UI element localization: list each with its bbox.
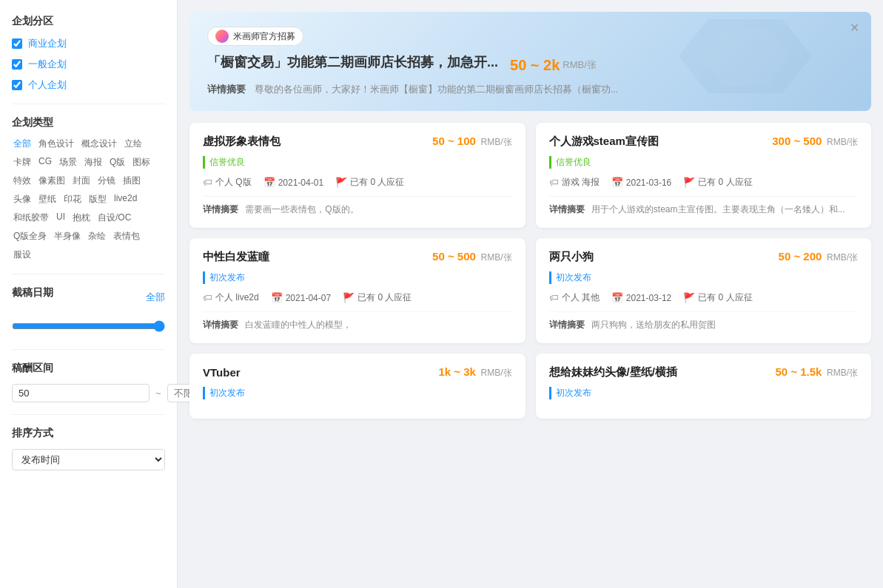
card-price-unit-5: RMB/张 [827, 368, 858, 378]
card-summary-2: 详情摘要 白发蓝瞳的中性人的模型， [203, 311, 512, 331]
plan-checkbox-input-0[interactable] [12, 38, 22, 49]
plan-checkbox-2[interactable]: 个人企划 [12, 78, 165, 92]
card-tags-0: 🏷 个人 Q版 [203, 176, 252, 189]
card-summary-label-3: 详情摘要 [549, 320, 585, 330]
plan-checkbox-label-0: 商业企划 [28, 37, 67, 50]
card-summary-3: 详情摘要 两只狗狗，送给朋友的私用贺图 [549, 311, 859, 331]
type-tag-6[interactable]: 场景 [58, 155, 78, 169]
card-badge-1: 信誉优良 [549, 156, 591, 169]
card-tags-1: 🏷 游戏 海报 [549, 176, 600, 189]
plan-checkbox-input-2[interactable] [12, 80, 22, 90]
calendar-icon-0: 📅 [263, 177, 275, 188]
flag-icon-3: 🚩 [683, 292, 695, 303]
date-all-link[interactable]: 全部 [146, 291, 165, 304]
type-tag-25[interactable]: 半身像 [53, 229, 82, 243]
type-tag-7[interactable]: 海报 [83, 155, 104, 169]
card-price-0: 50 ~ 100 [432, 135, 476, 147]
type-tag-11[interactable]: 像素图 [37, 174, 67, 188]
calendar-icon-2: 📅 [271, 292, 283, 303]
type-tag-20[interactable]: 和纸胶带 [12, 211, 50, 225]
type-tag-0[interactable]: 全部 [12, 137, 33, 151]
type-tag-19[interactable]: live2d [113, 192, 138, 206]
cards-grid: 虚拟形象表情包 50 ~ 100 RMB/张 信誉优良 🏷 个人 Q版 📅 20… [189, 123, 871, 419]
card-4[interactable]: VTuber 1k ~ 3k RMB/张 初次发布 [189, 354, 526, 419]
card-date-1: 📅 2021-03-16 [611, 177, 671, 188]
plan-checkbox-0[interactable]: 商业企划 [12, 37, 165, 50]
card-title-4: VTuber [203, 366, 241, 379]
card-5[interactable]: 想给妹妹约头像/壁纸/横插 50 ~ 1.5k RMB/张 初次发布 [536, 354, 872, 419]
card-date-3: 📅 2021-03-12 [611, 292, 671, 303]
card-price-2: 50 ~ 500 [432, 250, 476, 263]
flag-icon-1: 🚩 [683, 177, 695, 188]
type-tag-27[interactable]: 表情包 [112, 229, 141, 243]
card-title-1: 个人游戏steam宣传图 [549, 135, 659, 149]
card-3[interactable]: 两只小狗 50 ~ 200 RMB/张 初次发布 🏷 个人 其他 📅 2021-… [536, 238, 872, 343]
plan-checkbox-input-1[interactable] [12, 59, 22, 70]
price-section-title: 稿酬区间 [12, 362, 165, 375]
card-meta-2: 🏷 个人 live2d 📅 2021-04-07 🚩 已有 0 人应征 [203, 291, 512, 304]
plan-checkbox-1[interactable]: 一般企划 [12, 58, 165, 71]
card-title-0: 虚拟形象表情包 [203, 135, 281, 149]
type-tag-1[interactable]: 角色设计 [37, 137, 75, 151]
card-summary-0: 详情摘要 需要画一些表情包，Q版的。 [203, 196, 512, 216]
banner-close-button[interactable]: ✕ [850, 21, 859, 35]
tag-icon-3: 🏷 [549, 292, 559, 303]
card-2[interactable]: 中性白发蓝瞳 50 ~ 500 RMB/张 初次发布 🏷 个人 live2d 📅… [189, 238, 526, 343]
card-badge-4: 初次发布 [203, 387, 245, 399]
badge-text: 米画师官方招募 [233, 30, 295, 43]
date-section-title: 截稿日期 [12, 286, 53, 300]
tag-icon-2: 🏷 [203, 292, 212, 303]
type-tag-14[interactable]: 插图 [121, 174, 142, 188]
price-min-input[interactable] [12, 384, 150, 402]
card-date-0: 📅 2021-04-01 [263, 177, 323, 188]
tag-icon-0: 🏷 [203, 177, 212, 188]
card-0[interactable]: 虚拟形象表情包 50 ~ 100 RMB/张 信誉优良 🏷 个人 Q版 📅 20… [189, 123, 526, 228]
sidebar: 企划分区 商业企划 一般企划 个人企划 企划类型 全部角色设计概念设计立绘卡牌C… [0, 0, 178, 588]
card-price-unit-4: RMB/张 [481, 368, 512, 378]
main-content: ✕ 米画师官方招募 「橱窗交易」功能第二期画师店长招募，加急开... 50 ~ … [178, 0, 883, 588]
banner-price: 50 ~ 2k [510, 57, 560, 74]
type-tag-4[interactable]: 卡牌 [12, 155, 33, 169]
type-tag-16[interactable]: 壁纸 [37, 192, 58, 206]
type-tag-9[interactable]: 图标 [131, 155, 152, 169]
date-slider[interactable] [12, 320, 165, 332]
banner-decoration [664, 12, 812, 101]
type-tag-8[interactable]: Q版 [108, 155, 127, 169]
type-tag-22[interactable]: 抱枕 [71, 211, 92, 225]
card-1[interactable]: 个人游戏steam宣传图 300 ~ 500 RMB/张 信誉优良 🏷 游戏 海… [536, 123, 872, 228]
card-applicants-0: 🚩 已有 0 人应征 [335, 176, 404, 189]
card-price-1: 300 ~ 500 [772, 135, 822, 147]
card-title-5: 想给妹妹约头像/壁纸/横插 [549, 365, 677, 379]
card-summary-label-2: 详情摘要 [203, 320, 238, 330]
card-tags-2: 🏷 个人 live2d [203, 291, 259, 304]
type-tag-5[interactable]: CG [37, 155, 53, 169]
type-tag-17[interactable]: 印花 [62, 192, 83, 206]
plan-checkbox-label-1: 一般企划 [28, 58, 67, 71]
type-tag-3[interactable]: 立绘 [123, 137, 144, 151]
card-applicants-1: 🚩 已有 0 人应征 [683, 176, 752, 189]
type-tag-26[interactable]: 杂绘 [87, 229, 107, 243]
type-tag-2[interactable]: 概念设计 [80, 137, 118, 151]
banner-title: 「橱窗交易」功能第二期画师店长招募，加急开... [207, 53, 498, 71]
type-tag-28[interactable]: 服设 [12, 248, 33, 262]
card-price-unit-3: RMB/张 [827, 252, 858, 263]
type-tag-10[interactable]: 特效 [12, 174, 33, 188]
type-tag-15[interactable]: 头像 [12, 192, 33, 206]
card-header-0: 虚拟形象表情包 50 ~ 100 RMB/张 [203, 135, 512, 149]
type-tag-23[interactable]: 自设/OC [96, 211, 132, 225]
type-tag-13[interactable]: 分镜 [96, 174, 117, 188]
card-summary-text-0: 需要画一些表情包，Q版的。 [245, 204, 358, 214]
badge-icon [215, 30, 229, 43]
type-tag-12[interactable]: 封面 [71, 174, 92, 188]
card-summary-label-0: 详情摘要 [203, 204, 238, 214]
card-header-4: VTuber 1k ~ 3k RMB/张 [203, 365, 512, 379]
type-tag-21[interactable]: UI [55, 211, 67, 225]
card-meta-0: 🏷 个人 Q版 📅 2021-04-01 🚩 已有 0 人应征 [203, 176, 512, 189]
card-summary-text-2: 白发蓝瞳的中性人的模型， [245, 320, 352, 330]
type-tag-24[interactable]: Q版全身 [12, 229, 48, 243]
type-tag-18[interactable]: 版型 [87, 192, 108, 206]
card-header-1: 个人游戏steam宣传图 300 ~ 500 RMB/张 [549, 135, 859, 149]
card-applicants-3: 🚩 已有 0 人应征 [683, 291, 752, 304]
card-header-2: 中性白发蓝瞳 50 ~ 500 RMB/张 [203, 250, 512, 264]
sort-select[interactable]: 发布时间 稿酬高低 截稿日期 [12, 449, 165, 470]
